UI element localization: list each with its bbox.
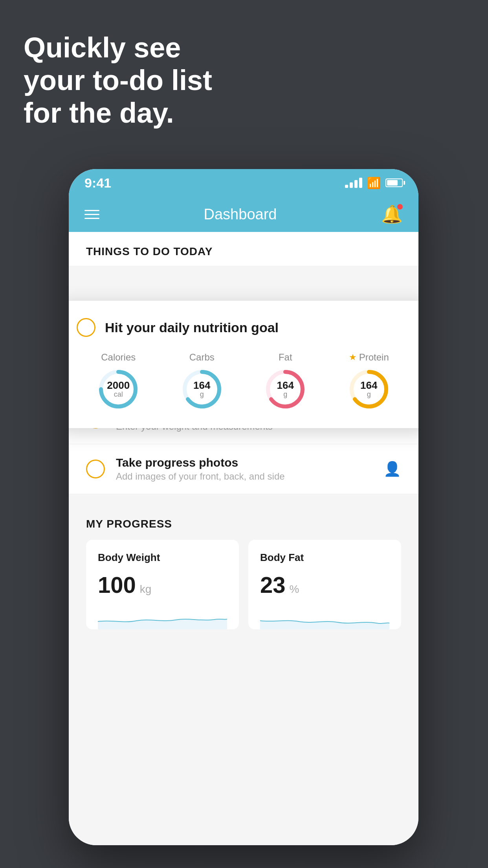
carbs-label: Carbs <box>189 352 215 363</box>
protein-unit: g <box>360 390 377 399</box>
progress-section: MY PROGRESS Body Weight 100 kg <box>69 518 418 629</box>
status-icons: 📶 <box>345 177 403 189</box>
body-fat-card[interactable]: Body Fat 23 % <box>248 540 401 629</box>
hero-line1: Quickly see <box>24 32 181 63</box>
status-bar: 9:41 📶 <box>69 169 418 197</box>
status-time: 9:41 <box>84 175 111 191</box>
body-fat-chart <box>260 606 389 629</box>
body-weight-number: 100 <box>98 572 136 598</box>
fat-donut: 164 g <box>264 368 307 411</box>
nutrition-checkbox[interactable] <box>77 318 95 337</box>
nutrition-card[interactable]: Hit your daily nutrition goal Calories 2… <box>69 301 418 428</box>
phone-mockup: 9:41 📶 Dashboard 🔔 <box>69 169 418 845</box>
nutrition-row: Calories 2000 cal Carbs <box>77 352 411 411</box>
things-today-title: THINGS TO DO TODAY <box>86 245 213 257</box>
body-weight-title: Body Weight <box>98 552 227 564</box>
photos-content: Take progress photos Add images of your … <box>116 456 372 482</box>
nutrition-card-title-row: Hit your daily nutrition goal <box>77 318 411 337</box>
fat-item: Fat 164 g <box>264 352 307 411</box>
body-weight-card[interactable]: Body Weight 100 kg <box>86 540 239 629</box>
body-weight-value-row: 100 kg <box>98 572 227 598</box>
star-icon: ★ <box>349 352 357 362</box>
calories-item: Calories 2000 cal <box>97 352 140 411</box>
fat-value: 164 <box>277 380 294 390</box>
protein-item: ★ Protein 164 g <box>347 352 391 411</box>
carbs-value: 164 <box>193 380 210 390</box>
nav-title: Dashboard <box>204 206 277 223</box>
hamburger-menu-button[interactable] <box>84 210 99 219</box>
protein-donut: 164 g <box>347 368 391 411</box>
wifi-icon: 📶 <box>367 177 381 189</box>
carbs-unit: g <box>193 390 210 399</box>
hero-text: Quickly see your to-do list for the day. <box>24 31 212 129</box>
things-today-header: THINGS TO DO TODAY <box>69 232 418 266</box>
progress-title: MY PROGRESS <box>86 518 401 530</box>
protein-label-row: ★ Protein <box>349 352 389 363</box>
body-fat-title: Body Fat <box>260 552 389 564</box>
calories-label: Calories <box>101 352 136 363</box>
nutrition-card-title: Hit your daily nutrition goal <box>105 320 279 335</box>
body-weight-chart <box>98 606 227 629</box>
todo-item-photos[interactable]: Take progress photos Add images of your … <box>69 444 418 494</box>
body-fat-number: 23 <box>260 572 286 598</box>
photos-checkbox[interactable] <box>86 460 105 478</box>
fat-unit: g <box>277 390 294 399</box>
battery-icon <box>385 178 403 187</box>
fat-label: Fat <box>279 352 292 363</box>
calories-unit: cal <box>107 390 130 399</box>
photos-subtitle: Add images of your front, back, and side <box>116 471 372 482</box>
hero-line3: for the day. <box>24 97 174 129</box>
carbs-donut: 164 g <box>180 368 224 411</box>
carbs-item: Carbs 164 g <box>180 352 224 411</box>
notification-dot <box>397 204 403 210</box>
calories-donut: 2000 cal <box>97 368 140 411</box>
body-fat-value-row: 23 % <box>260 572 389 598</box>
photos-icon: 👤 <box>383 461 401 477</box>
signal-bars-icon <box>345 178 362 188</box>
protein-label: Protein <box>359 352 389 363</box>
progress-cards: Body Weight 100 kg Body Fat <box>86 540 401 629</box>
phone-content: THINGS TO DO TODAY Hit your daily nutrit… <box>69 232 418 845</box>
hero-line2: your to-do list <box>24 64 212 96</box>
body-fat-unit: % <box>290 583 299 596</box>
protein-value: 164 <box>360 380 377 390</box>
nav-bar: Dashboard 🔔 <box>69 197 418 232</box>
notification-bell-button[interactable]: 🔔 <box>381 204 403 224</box>
photos-title: Take progress photos <box>116 456 372 469</box>
calories-value: 2000 <box>107 380 130 390</box>
body-weight-unit: kg <box>140 583 152 596</box>
